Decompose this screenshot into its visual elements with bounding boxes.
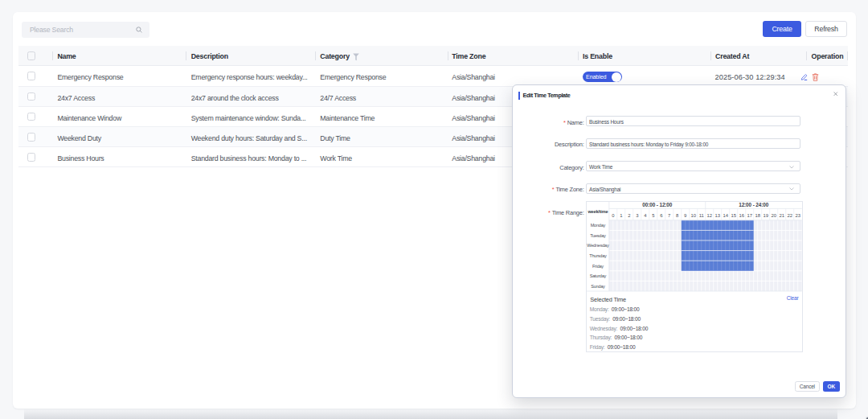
svg-text:Friday: Friday xyxy=(592,264,604,269)
svg-text:14: 14 xyxy=(723,214,729,219)
svg-text:20: 20 xyxy=(772,214,777,219)
svg-text:Thursday: Thursday xyxy=(589,253,607,258)
svg-text:21: 21 xyxy=(780,214,785,219)
svg-text:2: 2 xyxy=(628,214,630,219)
svg-text:11: 11 xyxy=(699,214,704,219)
svg-text:Wednesday: Wednesday xyxy=(588,244,610,249)
svg-text:22: 22 xyxy=(788,214,793,219)
svg-text:1: 1 xyxy=(620,214,622,219)
svg-text:Sunday: Sunday xyxy=(591,284,605,289)
svg-text:7: 7 xyxy=(668,214,670,219)
svg-text:0: 0 xyxy=(612,214,615,219)
svg-text:15: 15 xyxy=(731,214,737,219)
svg-text:Saturday: Saturday xyxy=(590,274,607,279)
svg-text:9: 9 xyxy=(684,214,686,219)
svg-text:13: 13 xyxy=(715,214,721,219)
svg-text:4: 4 xyxy=(644,214,647,219)
svg-text:5: 5 xyxy=(652,214,655,219)
svg-text:8: 8 xyxy=(676,214,679,219)
svg-text:00:00 - 12:00: 00:00 - 12:00 xyxy=(642,202,673,207)
svg-text:17: 17 xyxy=(747,214,753,219)
svg-text:18: 18 xyxy=(755,214,761,219)
svg-text:12: 12 xyxy=(707,214,713,219)
svg-text:6: 6 xyxy=(660,214,663,219)
svg-text:23: 23 xyxy=(796,214,801,219)
svg-text:10: 10 xyxy=(691,214,697,219)
svg-text:week/time: week/time xyxy=(588,209,608,214)
svg-text:Tuesday: Tuesday xyxy=(590,233,606,238)
svg-text:19: 19 xyxy=(764,214,769,219)
svg-text:16: 16 xyxy=(739,214,745,219)
svg-text:12:00 - 24:00: 12:00 - 24:00 xyxy=(739,202,769,207)
svg-text:Monday: Monday xyxy=(591,224,606,228)
svg-text:3: 3 xyxy=(636,214,639,219)
